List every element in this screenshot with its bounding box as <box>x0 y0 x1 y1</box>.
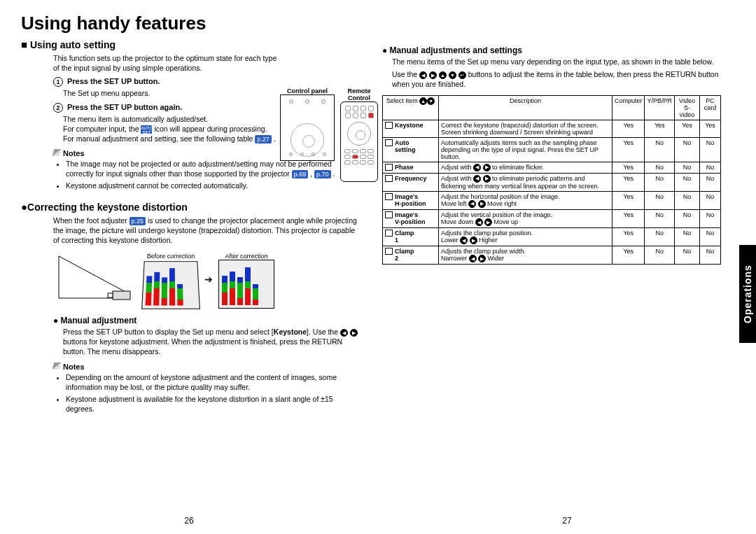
label-remote-control: Remote Control <box>340 87 378 101</box>
control-panel-icon <box>280 94 335 161</box>
setting-icon <box>385 139 393 146</box>
setting-icon <box>385 230 393 237</box>
manual-adjust-head: ● Manual adjustment <box>53 316 360 325</box>
table-row: KeystoneCorrect the keystone (trapezoid)… <box>383 120 721 137</box>
svg-line-1 <box>59 256 127 293</box>
table-row: Image'sV-positionAdjust the vertical pos… <box>383 209 721 227</box>
up-arrow-icon: ▲ <box>419 97 427 105</box>
enter-icon: ↵ <box>458 71 466 79</box>
setting-icon <box>385 122 393 129</box>
left-arrow-icon: ◀ <box>340 329 348 337</box>
step-number-icon: 2 <box>53 103 63 113</box>
setting-icon <box>385 193 393 200</box>
notes-list-2: Depending on the amount of keystone adju… <box>66 372 360 414</box>
settings-table: Select Item ▲▼ Description Computer Y/PB… <box>382 95 721 265</box>
section-keystone: ●Correcting the keystone distortion <box>21 201 360 213</box>
device-illustrations: Control panel Remote Control <box>280 87 378 182</box>
setting-icon <box>385 175 393 182</box>
remote-control-icon <box>340 101 378 182</box>
manual-settings-intro: The menu items of the Set up menu vary d… <box>392 57 721 66</box>
page-title: Using handy features <box>21 13 756 34</box>
keystone-illustration: Before correction ➔ After correction <box>53 249 360 309</box>
table-row: Clamp2Adjusts the clamp pulse width.Narr… <box>383 246 721 265</box>
down-arrow-icon: ▼ <box>449 71 456 79</box>
left-arrow-icon: ◀ <box>419 71 427 79</box>
keystone-intro: When the foot adjuster p.25 is used to c… <box>53 216 360 246</box>
auto-setting-intro: This function sets up the projector to t… <box>53 53 277 73</box>
bars-after-icon <box>218 260 274 309</box>
after-caption: After correction <box>218 253 274 260</box>
down-arrow-icon: ▼ <box>427 97 435 105</box>
left-column: ■ Using auto setting This function sets … <box>21 38 360 416</box>
right-arrow-icon: ▶ <box>429 71 437 79</box>
table-row: FrequencyAdjust with ◀ ▶ to eliminate pe… <box>383 173 721 191</box>
setting-icon <box>385 164 393 171</box>
right-column: ● Manual adjustments and settings The me… <box>382 38 735 416</box>
table-row: Clamp1Adjusts the clamp pulse position.L… <box>383 228 721 246</box>
section-manual-settings: ● Manual adjustments and settings <box>382 45 721 55</box>
notes-heading-2: Notes <box>53 363 360 371</box>
up-arrow-icon: ▲ <box>439 71 447 79</box>
manual-adjust-body: Press the SET UP button to display the S… <box>63 327 360 357</box>
before-caption: Before correction <box>143 253 199 260</box>
page-numbers: 26 27 <box>0 516 756 526</box>
table-row: PhaseAdjust with ◀ ▶ to eliminate flicke… <box>383 162 721 173</box>
use-buttons-text: Use the ◀ ▶ ▲ ▼ ↵ buttons to adjust the … <box>392 69 721 89</box>
page-number-right: 27 <box>562 516 571 526</box>
arrow-icon: ➔ <box>204 274 213 285</box>
step-number-icon: 1 <box>53 77 63 87</box>
step-1: 1 Press the SET UP button. <box>53 77 360 87</box>
auto-set-icon: AUTOSET <box>141 125 152 134</box>
side-tab-operations: Operations <box>739 245 756 343</box>
section-auto-setting: ■ Using auto setting <box>21 38 360 50</box>
page-ref-25[interactable]: p.25 <box>130 217 146 225</box>
svg-rect-4 <box>108 293 113 297</box>
right-arrow-icon: ▶ <box>350 329 358 337</box>
page-number-left: 26 <box>184 516 193 526</box>
setting-icon <box>385 248 393 255</box>
page-ref-27[interactable]: p.27 <box>255 135 272 143</box>
svg-rect-3 <box>113 291 130 300</box>
projector-sketch-icon <box>53 249 137 309</box>
setting-icon <box>385 211 393 218</box>
table-row: AutosettingAutomatically adjusts items s… <box>383 137 721 162</box>
label-control-panel: Control panel <box>280 87 335 94</box>
table-row: Image'sH-positionAdjust the horizontal p… <box>383 191 721 209</box>
bars-before-icon <box>141 261 200 309</box>
